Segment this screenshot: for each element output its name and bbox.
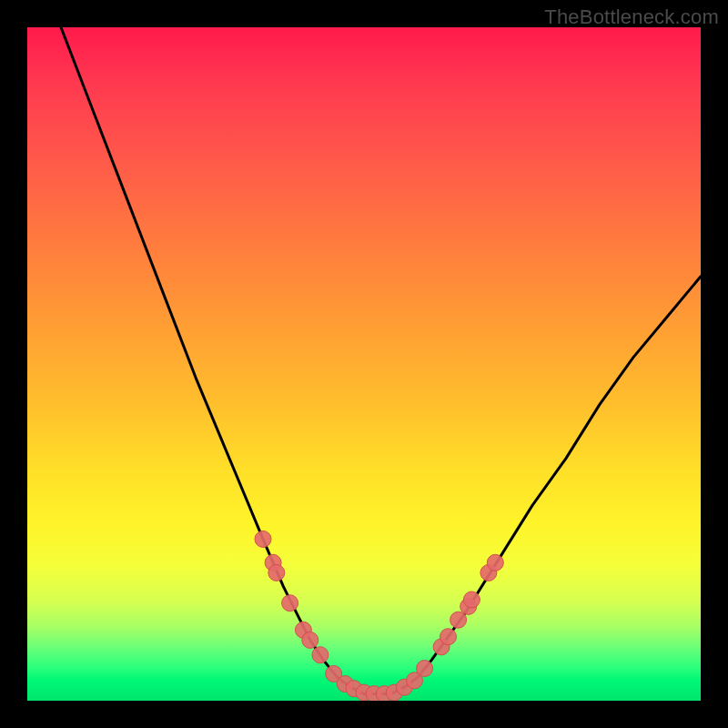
chart-svg xyxy=(27,27,701,701)
chart-marker xyxy=(463,592,480,608)
chart-plot-area xyxy=(27,27,701,701)
chart-marker xyxy=(450,612,467,628)
chart-marker xyxy=(487,554,503,571)
chart-marker xyxy=(312,647,329,663)
chart-marker xyxy=(268,564,285,581)
watermark-label: TheBottleneck.com xyxy=(544,5,719,29)
chart-stage: TheBottleneck.com xyxy=(0,0,728,728)
chart-marker xyxy=(417,660,433,676)
bottleneck-curve xyxy=(61,27,701,694)
chart-marker xyxy=(282,595,298,612)
chart-marker xyxy=(302,632,318,648)
chart-marker xyxy=(255,531,271,547)
chart-marker xyxy=(440,629,457,645)
